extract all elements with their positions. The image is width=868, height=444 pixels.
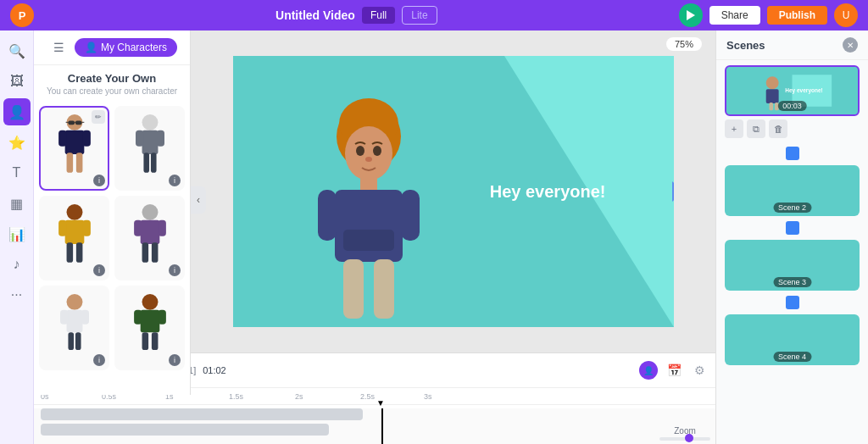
char-panel-header: ☰ 👤 My Characters bbox=[34, 31, 190, 65]
svg-point-18 bbox=[66, 203, 82, 219]
user-avatar[interactable]: U bbox=[834, 3, 858, 27]
svg-point-47 bbox=[365, 157, 372, 162]
scene-3-label: Scene 3 bbox=[773, 277, 811, 287]
scene-connector-2 bbox=[786, 221, 799, 235]
svg-point-46 bbox=[373, 146, 381, 156]
svg-point-36 bbox=[142, 293, 158, 309]
scene-1-actions: + ⧉ 🗑 bbox=[725, 116, 860, 142]
char-figure-6 bbox=[125, 292, 175, 364]
svg-point-30 bbox=[66, 293, 82, 309]
scene-item-3[interactable]: Scene 3 bbox=[725, 240, 860, 291]
topbar-play-btn[interactable] bbox=[679, 3, 703, 27]
scenes-title: Scenes bbox=[726, 39, 765, 52]
svg-rect-7 bbox=[68, 120, 75, 125]
view-full-btn[interactable]: Full bbox=[362, 7, 395, 24]
topbar-right: Share Publish U bbox=[679, 3, 858, 27]
svg-point-12 bbox=[142, 114, 158, 130]
svg-rect-61 bbox=[766, 89, 779, 103]
sidebar-table-icon[interactable]: ▦ bbox=[3, 190, 31, 217]
svg-rect-22 bbox=[66, 242, 73, 263]
char-list-view-btn[interactable]: ☰ bbox=[47, 37, 71, 58]
svg-rect-37 bbox=[140, 309, 159, 331]
view-lite-btn[interactable]: Lite bbox=[402, 6, 437, 25]
timeline-calendar-icon[interactable]: 📅 bbox=[665, 361, 683, 380]
scene-thumb-3[interactable]: Scene 3 bbox=[725, 240, 860, 291]
char-info-badge-1: i bbox=[93, 175, 105, 186]
scene-1-copy-btn[interactable]: ⧉ bbox=[747, 119, 765, 138]
svg-point-24 bbox=[142, 203, 158, 219]
svg-rect-52 bbox=[343, 230, 394, 251]
sidebar-chart-icon[interactable]: 📊 bbox=[3, 220, 31, 247]
timeline-settings-icon[interactable]: ⚙ bbox=[690, 361, 709, 380]
character-grid: ✏ i bbox=[34, 101, 190, 375]
svg-rect-41 bbox=[151, 332, 158, 350]
svg-rect-15 bbox=[156, 130, 164, 146]
character-item-2[interactable]: i bbox=[114, 106, 185, 191]
canvas-character bbox=[318, 90, 420, 327]
svg-marker-0 bbox=[687, 10, 695, 20]
svg-rect-4 bbox=[82, 130, 90, 146]
char-edit-badge-1[interactable]: ✏ bbox=[92, 110, 105, 124]
topbar-center: Untitled Video Full Lite bbox=[275, 6, 437, 25]
character-item-5[interactable]: i bbox=[39, 286, 109, 370]
svg-rect-21 bbox=[82, 219, 90, 236]
sidebar-character-icon[interactable]: 👤 bbox=[3, 98, 31, 125]
svg-rect-19 bbox=[64, 219, 84, 243]
sidebar-more-icon[interactable]: ··· bbox=[3, 281, 31, 308]
left-sidebar: 🔍 🖼 👤 ⭐ T ▦ 📊 ♪ ··· bbox=[0, 31, 34, 444]
main-canvas: 75% Hey everyone! bbox=[191, 31, 715, 352]
ruler-25s: 2.5s bbox=[360, 392, 375, 401]
scene-thumb-1[interactable]: Hey everyone! 00:03 bbox=[725, 65, 860, 116]
svg-rect-8 bbox=[75, 120, 81, 125]
timeline-duration: 01:02 bbox=[203, 365, 226, 375]
svg-rect-35 bbox=[75, 332, 81, 350]
playhead[interactable] bbox=[381, 408, 383, 444]
scene-item-4[interactable]: Scene 4 bbox=[725, 314, 860, 365]
timeline-track-2 bbox=[41, 424, 329, 436]
svg-rect-33 bbox=[81, 309, 88, 324]
share-button[interactable]: Share bbox=[709, 6, 760, 25]
scene-connector-1 bbox=[786, 147, 799, 160]
char-info-badge-6: i bbox=[169, 354, 181, 366]
sidebar-star-icon[interactable]: ⭐ bbox=[3, 129, 31, 156]
character-item-4[interactable]: i bbox=[114, 196, 185, 280]
svg-point-45 bbox=[356, 146, 364, 156]
sidebar-text-icon[interactable]: T bbox=[3, 159, 31, 186]
publish-button[interactable]: Publish bbox=[767, 6, 827, 25]
my-characters-btn[interactable]: 👤 My Characters bbox=[75, 38, 177, 57]
zoom-display[interactable]: 75% bbox=[666, 37, 702, 51]
canvas-arrow-right bbox=[672, 181, 674, 202]
zoom-slider[interactable] bbox=[659, 437, 710, 441]
panel-collapse-btn[interactable]: ‹ bbox=[191, 186, 206, 214]
scene-item-2[interactable]: Scene 2 bbox=[725, 165, 860, 216]
scene-item-1[interactable]: Hey everyone! 00:03 + ⧉ 🗑 bbox=[725, 65, 860, 142]
svg-rect-3 bbox=[58, 130, 66, 146]
scene-thumb-2[interactable]: Scene 2 bbox=[725, 165, 860, 216]
scene-connector-3 bbox=[786, 296, 799, 309]
timeline-tracks bbox=[34, 408, 715, 444]
svg-point-60 bbox=[766, 76, 779, 89]
topbar-left: P bbox=[10, 3, 34, 27]
app-logo[interactable]: P bbox=[10, 3, 34, 27]
canvas-text: Hey everyone! bbox=[490, 180, 606, 203]
scene-1-time: 00:03 bbox=[777, 101, 807, 111]
character-item-3[interactable]: i bbox=[39, 196, 109, 280]
svg-point-44 bbox=[345, 126, 392, 180]
sidebar-search-icon[interactable]: 🔍 bbox=[3, 37, 31, 64]
video-title: Untitled Video bbox=[275, 8, 355, 22]
sidebar-image-icon[interactable]: 🖼 bbox=[3, 68, 31, 95]
my-chars-label: My Characters bbox=[101, 42, 167, 53]
scenes-close-btn[interactable]: ✕ bbox=[843, 37, 858, 53]
scene-thumb-4[interactable]: Scene 4 bbox=[725, 314, 860, 365]
svg-rect-2 bbox=[64, 130, 84, 153]
scene-1-delete-btn[interactable]: 🗑 bbox=[769, 119, 787, 138]
topbar: P Untitled Video Full Lite Share Publish… bbox=[0, 0, 868, 31]
character-item-1[interactable]: ✏ i bbox=[39, 106, 109, 191]
sidebar-music-icon[interactable]: ♪ bbox=[3, 251, 31, 278]
svg-rect-27 bbox=[158, 219, 165, 236]
scene-1-add-btn[interactable]: + bbox=[725, 119, 743, 138]
svg-rect-26 bbox=[134, 219, 142, 236]
zoom-label: Zoom bbox=[674, 426, 696, 436]
character-item-6[interactable]: i bbox=[114, 286, 185, 370]
svg-rect-31 bbox=[66, 309, 82, 331]
